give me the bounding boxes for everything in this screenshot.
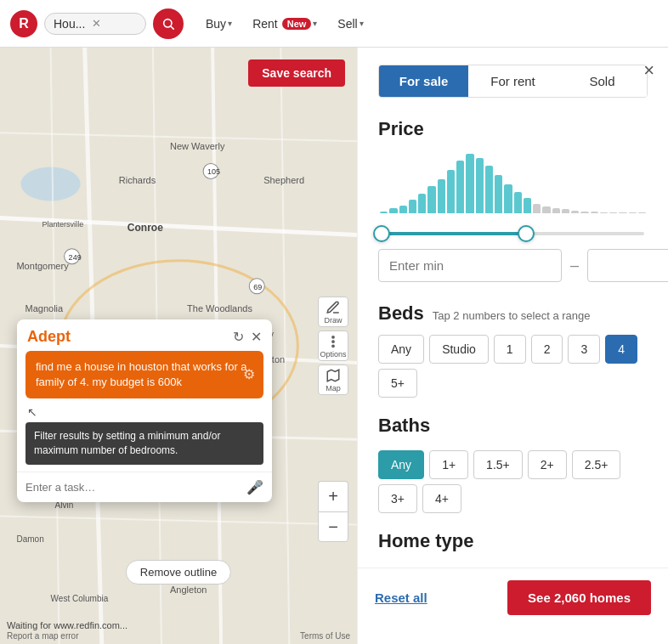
svg-text:Damon: Damon	[16, 534, 43, 544]
price-bar-12	[495, 175, 502, 213]
adept-gear-icon: ⚙	[243, 365, 255, 384]
price-min-input[interactable]	[378, 249, 562, 282]
svg-text:West Columbia: West Columbia	[51, 594, 109, 603]
baths-option-3[interactable]: 2+	[528, 450, 567, 479]
search-query: Hou...	[54, 17, 85, 31]
slider-fill	[382, 232, 526, 235]
price-bar-27	[638, 212, 646, 213]
beds-option-2[interactable]: 1	[494, 335, 526, 364]
svg-text:Angleton: Angleton	[170, 585, 207, 595]
price-bar-4	[418, 194, 426, 213]
svg-text:New Waverly: New Waverly	[170, 141, 225, 151]
logo: R	[10, 10, 37, 37]
baths-options: Any1+1.5+2+2.5+3+4+	[378, 450, 648, 513]
adept-message: find me a house in houston that works fo…	[25, 351, 263, 398]
beds-option-3[interactable]: 2	[531, 335, 563, 364]
adept-refresh-button[interactable]: ↻	[233, 329, 244, 345]
price-bar-17	[542, 206, 550, 213]
top-nav: R Hou... ✕ Buy ▾ Rent New ▾ Sell ▾	[0, 0, 668, 48]
draw-button[interactable]: Draw	[318, 297, 348, 327]
price-slider[interactable]	[382, 232, 644, 235]
tab-sold[interactable]: Sold	[558, 65, 647, 97]
sale-tabs: For sale For rent Sold	[378, 65, 648, 98]
beds-header: Beds Tap 2 numbers to select a range	[378, 302, 648, 325]
price-bar-7	[447, 170, 455, 213]
map-view-button[interactable]: Map	[318, 364, 348, 395]
remove-outline-button[interactable]: Remove outline	[126, 560, 231, 585]
tab-for-rent[interactable]: For rent	[468, 65, 558, 97]
close-panel-button[interactable]: ×	[643, 59, 654, 82]
beds-options: AnyStudio12345+	[378, 335, 648, 398]
search-pill[interactable]: Hou... ✕	[44, 13, 146, 35]
price-bar-0	[380, 212, 388, 213]
options-button[interactable]: Options	[318, 330, 348, 361]
svg-text:The Woodlands: The Woodlands	[187, 303, 252, 314]
baths-option-2[interactable]: 1.5+	[473, 450, 523, 479]
price-bar-9	[466, 154, 473, 213]
nav-links: Buy ▾ Rent New ▾ Sell ▾	[197, 12, 372, 36]
price-bar-10	[476, 158, 484, 213]
see-homes-button[interactable]: See 2,060 homes	[507, 580, 651, 615]
beds-option-1[interactable]: Studio	[429, 335, 489, 364]
map-side: Richards Montgomery Plantersville Conroe…	[0, 48, 357, 644]
search-button[interactable]	[153, 8, 184, 39]
price-bar-14	[514, 192, 522, 213]
main-area: Richards Montgomery Plantersville Conroe…	[0, 48, 668, 644]
adept-controls: ↻ ✕	[233, 329, 262, 345]
map-report: Report a map error	[7, 631, 78, 641]
adept-close-button[interactable]: ✕	[251, 329, 262, 345]
nav-buy[interactable]: Buy ▾	[197, 12, 241, 36]
price-bar-26	[629, 212, 637, 213]
baths-option-6[interactable]: 4+	[422, 484, 461, 513]
reset-all-button[interactable]: Reset all	[375, 590, 427, 605]
price-bar-24	[609, 212, 617, 213]
svg-text:Richards: Richards	[119, 175, 156, 185]
beds-option-6[interactable]: 5+	[378, 369, 417, 398]
adept-header: Adept ↻ ✕	[17, 319, 272, 351]
beds-option-4[interactable]: 3	[568, 335, 600, 364]
baths-option-0[interactable]: Any	[378, 450, 424, 479]
price-dash: –	[570, 257, 579, 274]
svg-text:Montgomery: Montgomery	[16, 261, 69, 271]
baths-option-4[interactable]: 2.5+	[572, 450, 621, 479]
nav-sell[interactable]: Sell ▾	[329, 12, 371, 36]
price-bar-18	[552, 208, 560, 213]
zoom-out-button[interactable]: −	[318, 511, 348, 542]
svg-point-39	[332, 345, 334, 347]
svg-point-3	[20, 167, 80, 201]
beds-option-0[interactable]: Any	[378, 335, 424, 364]
beds-option-5[interactable]: 4	[605, 335, 637, 364]
price-bar-8	[456, 161, 464, 213]
slider-max-thumb[interactable]	[518, 225, 535, 242]
filter-panel: × For sale For rent Sold Price – $600,00…	[357, 48, 668, 644]
nav-rent[interactable]: Rent New ▾	[244, 12, 326, 36]
svg-text:249: 249	[69, 253, 82, 262]
adept-task-input[interactable]	[25, 481, 240, 494]
home-type-title: Home type	[378, 530, 648, 552]
slider-min-thumb[interactable]	[373, 225, 390, 242]
baths-option-1[interactable]: 1+	[429, 450, 468, 479]
adept-input-row: 🎤	[17, 472, 272, 502]
save-search-button[interactable]: Save search	[248, 59, 345, 87]
price-bar-2	[399, 206, 407, 213]
price-title: Price	[378, 118, 648, 140]
tab-for-sale[interactable]: For sale	[379, 65, 468, 97]
adept-title: Adept	[27, 328, 71, 346]
price-max-input[interactable]: $600,000	[587, 249, 668, 282]
zoom-in-button[interactable]: +	[318, 481, 348, 511]
baths-title: Baths	[378, 415, 648, 437]
price-bar-3	[409, 200, 416, 213]
svg-line-1	[171, 26, 174, 30]
price-histogram	[378, 154, 648, 222]
price-bar-19	[562, 209, 569, 213]
adept-mic-icon[interactable]: 🎤	[246, 479, 263, 495]
price-bar-20	[571, 211, 579, 213]
svg-text:105: 105	[207, 167, 220, 176]
close-search-icon[interactable]: ✕	[92, 17, 101, 30]
baths-option-5[interactable]: 3+	[378, 484, 417, 513]
svg-text:Magnolia: Magnolia	[25, 303, 64, 314]
price-bar-23	[600, 212, 608, 213]
map-loading: Waiting for www.redfin.com...	[7, 620, 127, 630]
adept-box: Adept ↻ ✕ find me a house in houston tha…	[17, 319, 272, 502]
price-inputs: – $600,000	[378, 249, 648, 282]
